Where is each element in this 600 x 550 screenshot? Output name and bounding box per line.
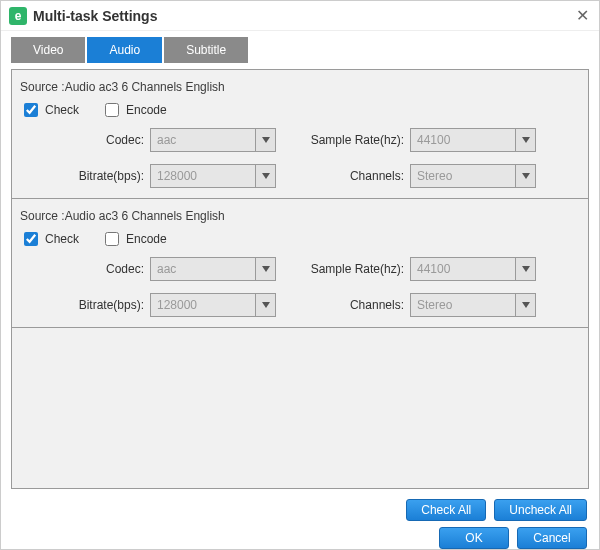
footer-ok-row: OK Cancel [1, 525, 599, 550]
chevron-down-icon[interactable] [255, 165, 275, 187]
tab-subtitle[interactable]: Subtitle [164, 37, 248, 63]
bitrate-select[interactable]: 128000 [150, 293, 276, 317]
bitrate-select[interactable]: 128000 [150, 164, 276, 188]
audio-track: Source :Audio ac3 6 Channels English Che… [12, 199, 588, 328]
channels-value: Stereo [411, 169, 515, 183]
svg-marker-6 [262, 302, 270, 308]
close-icon[interactable]: ✕ [573, 6, 591, 25]
codec-label: Codec: [20, 133, 150, 147]
channels-label: Channels: [280, 169, 410, 183]
codec-select[interactable]: aac [150, 128, 276, 152]
codec-select[interactable]: aac [150, 257, 276, 281]
chevron-down-icon[interactable] [515, 129, 535, 151]
sample-rate-value: 44100 [411, 262, 515, 276]
encode-label: Encode [126, 103, 167, 117]
svg-marker-3 [522, 173, 530, 179]
tracks-panel: Source :Audio ac3 6 Channels English Che… [11, 69, 589, 489]
svg-marker-1 [522, 137, 530, 143]
chevron-down-icon[interactable] [255, 294, 275, 316]
svg-marker-7 [522, 302, 530, 308]
app-icon: e [9, 7, 27, 25]
encode-label: Encode [126, 232, 167, 246]
svg-marker-4 [262, 266, 270, 272]
bitrate-value: 128000 [151, 298, 255, 312]
check-checkbox[interactable]: Check [20, 100, 79, 120]
chevron-down-icon[interactable] [515, 258, 535, 280]
svg-marker-2 [262, 173, 270, 179]
channels-label: Channels: [280, 298, 410, 312]
check-input[interactable] [24, 232, 38, 246]
ok-button[interactable]: OK [439, 527, 509, 549]
chevron-down-icon[interactable] [255, 258, 275, 280]
channels-value: Stereo [411, 298, 515, 312]
sample-rate-select[interactable]: 44100 [410, 128, 536, 152]
channels-select[interactable]: Stereo [410, 293, 536, 317]
channels-select[interactable]: Stereo [410, 164, 536, 188]
uncheck-all-button[interactable]: Uncheck All [494, 499, 587, 521]
svg-marker-5 [522, 266, 530, 272]
chevron-down-icon[interactable] [515, 165, 535, 187]
chevron-down-icon[interactable] [515, 294, 535, 316]
sample-rate-value: 44100 [411, 133, 515, 147]
codec-value: aac [151, 133, 255, 147]
sample-rate-label: Sample Rate(hz): [280, 133, 410, 147]
cancel-button[interactable]: Cancel [517, 527, 587, 549]
footer-check-row: Check All Uncheck All [1, 495, 599, 525]
check-label: Check [45, 232, 79, 246]
bitrate-value: 128000 [151, 169, 255, 183]
sample-rate-select[interactable]: 44100 [410, 257, 536, 281]
codec-value: aac [151, 262, 255, 276]
check-all-button[interactable]: Check All [406, 499, 486, 521]
titlebar: e Multi-task Settings ✕ [1, 1, 599, 31]
source-label: Source :Audio ac3 6 Channels English [20, 209, 580, 223]
bitrate-label: Bitrate(bps): [20, 169, 150, 183]
encode-input[interactable] [105, 232, 119, 246]
window-title: Multi-task Settings [33, 8, 573, 24]
tab-audio[interactable]: Audio [87, 37, 162, 63]
chevron-down-icon[interactable] [255, 129, 275, 151]
encode-checkbox[interactable]: Encode [101, 229, 167, 249]
encode-input[interactable] [105, 103, 119, 117]
check-input[interactable] [24, 103, 38, 117]
source-label: Source :Audio ac3 6 Channels English [20, 80, 580, 94]
tab-video[interactable]: Video [11, 37, 85, 63]
svg-marker-0 [262, 137, 270, 143]
bitrate-label: Bitrate(bps): [20, 298, 150, 312]
check-checkbox[interactable]: Check [20, 229, 79, 249]
tab-bar: Video Audio Subtitle [1, 31, 599, 63]
encode-checkbox[interactable]: Encode [101, 100, 167, 120]
sample-rate-label: Sample Rate(hz): [280, 262, 410, 276]
check-label: Check [45, 103, 79, 117]
codec-label: Codec: [20, 262, 150, 276]
audio-track: Source :Audio ac3 6 Channels English Che… [12, 70, 588, 199]
